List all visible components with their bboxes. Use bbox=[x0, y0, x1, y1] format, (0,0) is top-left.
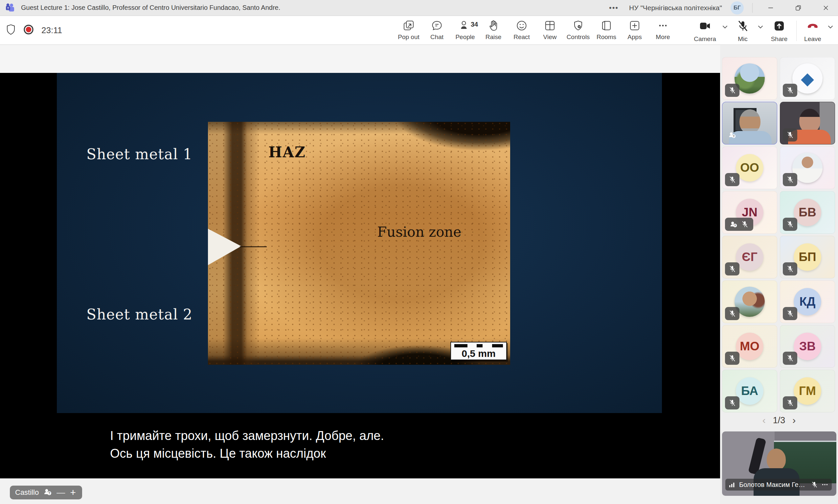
share-button[interactable]: Share bbox=[767, 19, 792, 43]
participant-tile[interactable] bbox=[722, 57, 777, 100]
mic-muted-badge bbox=[725, 173, 739, 186]
self-participant-name: Болотов Максим Ген... bbox=[739, 481, 807, 489]
avatar-initials: КД bbox=[794, 288, 821, 316]
gallery-next-button[interactable]: › bbox=[792, 415, 796, 426]
participant-face bbox=[799, 109, 820, 133]
participant-tile[interactable]: КД bbox=[780, 281, 835, 323]
camera-options-chevron-icon[interactable] bbox=[720, 23, 730, 31]
toolbar-react-button[interactable]: React bbox=[509, 19, 535, 41]
mic-muted-badge bbox=[725, 262, 739, 275]
mic-muted-badge bbox=[783, 352, 797, 365]
participant-tile[interactable] bbox=[722, 281, 777, 323]
more-options-icon[interactable] bbox=[821, 481, 828, 488]
participant-tile[interactable]: ЗВ bbox=[780, 325, 835, 368]
slide-label-sheet-metal-2: Sheet metal 2 bbox=[86, 306, 193, 323]
zoom-in-button[interactable]: + bbox=[69, 487, 77, 498]
titlebar: T Guest Lecture 1: Jose Castillo, Profes… bbox=[0, 0, 838, 16]
share-icon bbox=[773, 19, 786, 34]
gallery-pagination: ‹ 1/3 › bbox=[720, 415, 838, 426]
participant-tile[interactable]: ЄГ bbox=[722, 236, 777, 278]
toolbar-people-button[interactable]: 34People bbox=[452, 19, 478, 41]
caption-line-2: Ось ця місцевість. Це також наслідок bbox=[110, 445, 384, 462]
participant-tile[interactable]: БП bbox=[780, 236, 835, 278]
participant-tile[interactable]: ? bbox=[722, 102, 777, 144]
react-icon bbox=[515, 19, 528, 32]
mic-muted-icon bbox=[811, 481, 818, 488]
leave-options-chevron-icon[interactable] bbox=[825, 23, 835, 31]
participants-sidebar: ◆?ООJN?БВЄГБПКДМОЗВБАГМ ‹ 1/3 › Болотов … bbox=[720, 45, 838, 504]
more-icon bbox=[657, 19, 669, 32]
participant-tile[interactable]: БВ bbox=[780, 191, 835, 234]
participant-tile[interactable] bbox=[780, 102, 835, 144]
shared-content-stage: Sheet metal 1 Sheet metal 2 HAZ Fusion z… bbox=[0, 45, 720, 504]
attendee-question-icon: ? bbox=[43, 488, 52, 498]
avatar-initials: ОО bbox=[736, 154, 763, 182]
mic-muted-badge bbox=[725, 84, 739, 97]
participant-tile[interactable]: JN? bbox=[722, 191, 777, 234]
avatar-initials: МО bbox=[736, 332, 763, 360]
toolbar-more-button[interactable]: More bbox=[650, 19, 676, 41]
avatar-initials: БА bbox=[736, 377, 763, 405]
mic-muted-badge bbox=[725, 352, 739, 365]
avatar-initials: ГМ bbox=[794, 377, 821, 405]
minimize-button[interactable] bbox=[761, 0, 780, 15]
leave-call-icon bbox=[806, 19, 819, 34]
signal-strength-icon bbox=[729, 481, 736, 488]
participant-tile[interactable]: МО bbox=[722, 325, 777, 368]
leave-button[interactable]: Leave bbox=[801, 19, 824, 43]
mic-muted-badge bbox=[725, 307, 739, 320]
participant-tile[interactable] bbox=[780, 146, 835, 189]
avatar-initials: ЄГ bbox=[736, 243, 763, 271]
raise-icon bbox=[487, 19, 500, 32]
caption-line-1: І тримайте трохи, щоб замерзнути. Добре,… bbox=[110, 427, 384, 445]
zoom-out-button[interactable]: — bbox=[56, 488, 65, 498]
presenter-chip[interactable]: Castillo ? — + bbox=[10, 486, 82, 499]
self-video-name-bar: Болотов Максим Ген... bbox=[725, 479, 832, 490]
camera-icon bbox=[698, 19, 712, 34]
mic-options-chevron-icon[interactable] bbox=[755, 23, 765, 31]
toolbar-apps-button[interactable]: Apps bbox=[622, 19, 648, 41]
svg-text:?: ? bbox=[734, 224, 736, 227]
close-button[interactable] bbox=[816, 0, 835, 15]
teams-logo-icon: T bbox=[5, 2, 16, 14]
participant-tile[interactable]: ГМ bbox=[780, 370, 835, 412]
restore-button[interactable] bbox=[789, 0, 808, 15]
mic-muted-icon bbox=[736, 19, 749, 34]
mic-muted-badge bbox=[783, 262, 797, 275]
self-video-person bbox=[767, 449, 786, 470]
toolbar-raise-button[interactable]: Raise bbox=[480, 19, 506, 41]
stage-top-gap bbox=[0, 45, 720, 73]
mic-muted-badge bbox=[783, 128, 797, 142]
mic-muted-badge bbox=[783, 173, 797, 186]
chat-icon bbox=[431, 19, 443, 32]
view-icon bbox=[544, 19, 556, 32]
controls-icon bbox=[572, 19, 584, 32]
teams-meeting-window: T Guest Lecture 1: Jose Castillo, Profes… bbox=[0, 0, 838, 504]
people-count: 34 bbox=[471, 21, 478, 28]
avatar-initials: ЗВ bbox=[794, 332, 821, 360]
bottom-strip: Castillo ? — + bbox=[0, 479, 720, 504]
account-avatar-badge[interactable]: БГ bbox=[731, 1, 744, 15]
participant-tile[interactable]: ОО bbox=[722, 146, 777, 189]
rooms-icon bbox=[600, 19, 613, 32]
gallery-prev-button[interactable]: ‹ bbox=[763, 415, 766, 426]
camera-button[interactable]: Camera bbox=[691, 19, 719, 43]
toolbar-chat-button[interactable]: Chat bbox=[424, 19, 450, 41]
participant-tile[interactable]: БА bbox=[722, 370, 777, 412]
shield-icon bbox=[6, 24, 16, 36]
attendee-question-badge: ? bbox=[725, 128, 739, 142]
gallery-page-indicator: 1/3 bbox=[773, 415, 785, 426]
avatar-initials: БП bbox=[794, 243, 821, 271]
participant-tile[interactable]: ◆ bbox=[780, 57, 835, 100]
toolbar-controls-button[interactable]: Controls bbox=[565, 19, 591, 41]
micrograph-image: HAZ Fusion zone 0,5 mm bbox=[208, 122, 510, 365]
self-video-tile[interactable]: Болотов Максим Ген... bbox=[722, 431, 836, 496]
toolbar-divider bbox=[796, 21, 797, 41]
mic-button[interactable]: Mic bbox=[731, 19, 754, 43]
fusion-zone-label: Fusion zone bbox=[377, 224, 461, 240]
presenter-name: Castillo bbox=[15, 488, 39, 497]
toolbar-view-button[interactable]: View bbox=[537, 19, 563, 41]
toolbar-popout-button[interactable]: Pop out bbox=[395, 19, 422, 41]
titlebar-overflow-button[interactable]: ••• bbox=[607, 4, 621, 12]
toolbar-rooms-button[interactable]: Rooms bbox=[593, 19, 620, 41]
